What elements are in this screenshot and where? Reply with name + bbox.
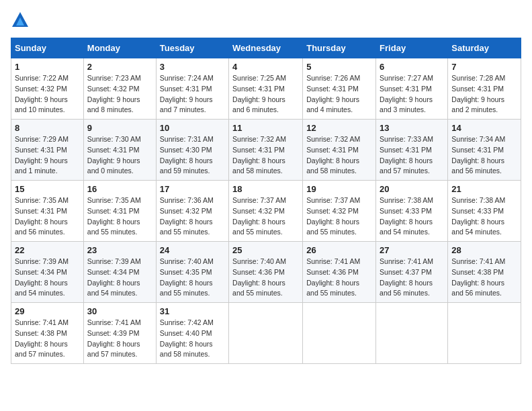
calendar-day-cell: 27 Sunrise: 7:41 AM Sunset: 4:37 PM Dayl…: [376, 242, 448, 303]
day-of-week-header: Wednesday: [229, 38, 303, 58]
calendar-day-cell: 1 Sunrise: 7:22 AM Sunset: 4:32 PM Dayli…: [11, 58, 84, 120]
day-number: 31: [160, 306, 225, 316]
day-detail: Sunrise: 7:26 AM Sunset: 4:31 PM Dayligh…: [306, 73, 372, 116]
day-detail: Sunrise: 7:38 AM Sunset: 4:33 PM Dayligh…: [380, 195, 444, 238]
day-detail: Sunrise: 7:33 AM Sunset: 4:31 PM Dayligh…: [380, 134, 444, 177]
calendar-day-cell: 13 Sunrise: 7:33 AM Sunset: 4:31 PM Dayl…: [376, 120, 448, 181]
day-detail: Sunrise: 7:35 AM Sunset: 4:31 PM Dayligh…: [15, 195, 80, 238]
calendar-day-cell: 15 Sunrise: 7:35 AM Sunset: 4:31 PM Dayl…: [11, 181, 84, 242]
calendar-day-cell: 9 Sunrise: 7:30 AM Sunset: 4:31 PM Dayli…: [83, 120, 156, 181]
calendar-week-row: 8 Sunrise: 7:29 AM Sunset: 4:31 PM Dayli…: [11, 120, 521, 181]
day-number: 8: [15, 123, 80, 133]
calendar-day-cell: 3 Sunrise: 7:24 AM Sunset: 4:31 PM Dayli…: [156, 58, 228, 120]
day-number: 24: [160, 245, 225, 255]
day-detail: Sunrise: 7:39 AM Sunset: 4:34 PM Dayligh…: [15, 257, 80, 299]
day-number: 23: [87, 245, 152, 255]
calendar-day-cell: 31 Sunrise: 7:42 AM Sunset: 4:40 PM Dayl…: [156, 303, 228, 364]
day-detail: Sunrise: 7:32 AM Sunset: 4:31 PM Dayligh…: [232, 134, 299, 177]
calendar-day-cell: [448, 303, 521, 364]
day-detail: Sunrise: 7:27 AM Sunset: 4:31 PM Dayligh…: [380, 73, 444, 116]
calendar-day-cell: 10 Sunrise: 7:31 AM Sunset: 4:30 PM Dayl…: [156, 120, 228, 181]
day-number: 30: [87, 306, 152, 316]
day-number: 15: [15, 184, 80, 194]
day-detail: Sunrise: 7:40 AM Sunset: 4:35 PM Dayligh…: [160, 257, 225, 299]
day-number: 7: [451, 62, 517, 72]
calendar-day-cell: 7 Sunrise: 7:28 AM Sunset: 4:31 PM Dayli…: [448, 58, 521, 120]
day-detail: Sunrise: 7:40 AM Sunset: 4:36 PM Dayligh…: [232, 257, 299, 299]
calendar-day-cell: 18 Sunrise: 7:37 AM Sunset: 4:32 PM Dayl…: [229, 181, 303, 242]
day-number: 3: [160, 62, 225, 72]
calendar-week-row: 15 Sunrise: 7:35 AM Sunset: 4:31 PM Dayl…: [11, 181, 521, 242]
day-of-week-header: Saturday: [448, 38, 521, 58]
day-number: 25: [232, 245, 299, 255]
logo-icon: [11, 11, 30, 30]
calendar-day-cell: 5 Sunrise: 7:26 AM Sunset: 4:31 PM Dayli…: [303, 58, 376, 120]
calendar-day-cell: 28 Sunrise: 7:41 AM Sunset: 4:38 PM Dayl…: [448, 242, 521, 303]
calendar-table: SundayMondayTuesdayWednesdayThursdayFrid…: [11, 38, 521, 364]
day-detail: Sunrise: 7:31 AM Sunset: 4:30 PM Dayligh…: [160, 134, 225, 177]
day-number: 29: [15, 306, 80, 316]
calendar-day-cell: 26 Sunrise: 7:41 AM Sunset: 4:36 PM Dayl…: [303, 242, 376, 303]
calendar-day-cell: [303, 303, 376, 364]
day-detail: Sunrise: 7:41 AM Sunset: 4:38 PM Dayligh…: [15, 318, 80, 360]
calendar-header-row: SundayMondayTuesdayWednesdayThursdayFrid…: [11, 38, 521, 58]
day-detail: Sunrise: 7:41 AM Sunset: 4:39 PM Dayligh…: [87, 318, 152, 360]
day-detail: Sunrise: 7:28 AM Sunset: 4:31 PM Dayligh…: [451, 73, 517, 116]
day-number: 20: [380, 184, 444, 194]
day-number: 11: [232, 123, 299, 133]
day-detail: Sunrise: 7:24 AM Sunset: 4:31 PM Dayligh…: [160, 73, 225, 116]
calendar-week-row: 29 Sunrise: 7:41 AM Sunset: 4:38 PM Dayl…: [11, 303, 521, 364]
day-of-week-header: Monday: [83, 38, 156, 58]
day-detail: Sunrise: 7:25 AM Sunset: 4:31 PM Dayligh…: [232, 73, 299, 116]
day-detail: Sunrise: 7:30 AM Sunset: 4:31 PM Dayligh…: [87, 134, 152, 177]
day-detail: Sunrise: 7:41 AM Sunset: 4:36 PM Dayligh…: [306, 257, 372, 299]
calendar-day-cell: 19 Sunrise: 7:37 AM Sunset: 4:32 PM Dayl…: [303, 181, 376, 242]
day-detail: Sunrise: 7:37 AM Sunset: 4:32 PM Dayligh…: [306, 195, 372, 238]
logo: [11, 11, 32, 30]
day-number: 9: [87, 123, 152, 133]
day-number: 17: [160, 184, 225, 194]
day-number: 21: [451, 184, 517, 194]
calendar-day-cell: 17 Sunrise: 7:36 AM Sunset: 4:32 PM Dayl…: [156, 181, 228, 242]
calendar-day-cell: 21 Sunrise: 7:38 AM Sunset: 4:33 PM Dayl…: [448, 181, 521, 242]
day-number: 2: [87, 62, 152, 72]
calendar-day-cell: [229, 303, 303, 364]
calendar-day-cell: 6 Sunrise: 7:27 AM Sunset: 4:31 PM Dayli…: [376, 58, 448, 120]
day-number: 18: [232, 184, 299, 194]
day-number: 22: [15, 245, 80, 255]
calendar-day-cell: 24 Sunrise: 7:40 AM Sunset: 4:35 PM Dayl…: [156, 242, 228, 303]
day-detail: Sunrise: 7:22 AM Sunset: 4:32 PM Dayligh…: [15, 73, 80, 116]
calendar-day-cell: 4 Sunrise: 7:25 AM Sunset: 4:31 PM Dayli…: [229, 58, 303, 120]
day-of-week-header: Tuesday: [156, 38, 228, 58]
calendar-day-cell: 23 Sunrise: 7:39 AM Sunset: 4:34 PM Dayl…: [83, 242, 156, 303]
day-number: 27: [380, 245, 444, 255]
day-number: 10: [160, 123, 225, 133]
day-detail: Sunrise: 7:35 AM Sunset: 4:31 PM Dayligh…: [87, 195, 152, 238]
day-detail: Sunrise: 7:23 AM Sunset: 4:32 PM Dayligh…: [87, 73, 152, 116]
calendar-day-cell: 8 Sunrise: 7:29 AM Sunset: 4:31 PM Dayli…: [11, 120, 84, 181]
day-number: 12: [306, 123, 372, 133]
day-number: 5: [306, 62, 372, 72]
calendar-day-cell: 29 Sunrise: 7:41 AM Sunset: 4:38 PM Dayl…: [11, 303, 84, 364]
page-header: [11, 11, 521, 30]
day-detail: Sunrise: 7:37 AM Sunset: 4:32 PM Dayligh…: [232, 195, 299, 238]
day-detail: Sunrise: 7:32 AM Sunset: 4:31 PM Dayligh…: [306, 134, 372, 177]
calendar-week-row: 22 Sunrise: 7:39 AM Sunset: 4:34 PM Dayl…: [11, 242, 521, 303]
calendar-day-cell: 14 Sunrise: 7:34 AM Sunset: 4:31 PM Dayl…: [448, 120, 521, 181]
day-of-week-header: Friday: [376, 38, 448, 58]
day-detail: Sunrise: 7:36 AM Sunset: 4:32 PM Dayligh…: [160, 195, 225, 238]
day-number: 28: [451, 245, 517, 255]
day-number: 19: [306, 184, 372, 194]
day-detail: Sunrise: 7:34 AM Sunset: 4:31 PM Dayligh…: [451, 134, 517, 177]
day-number: 6: [380, 62, 444, 72]
calendar-day-cell: 22 Sunrise: 7:39 AM Sunset: 4:34 PM Dayl…: [11, 242, 84, 303]
calendar-day-cell: 12 Sunrise: 7:32 AM Sunset: 4:31 PM Dayl…: [303, 120, 376, 181]
day-of-week-header: Thursday: [303, 38, 376, 58]
calendar-day-cell: 11 Sunrise: 7:32 AM Sunset: 4:31 PM Dayl…: [229, 120, 303, 181]
day-detail: Sunrise: 7:29 AM Sunset: 4:31 PM Dayligh…: [15, 134, 80, 177]
day-detail: Sunrise: 7:41 AM Sunset: 4:37 PM Dayligh…: [380, 257, 444, 299]
calendar-day-cell: 25 Sunrise: 7:40 AM Sunset: 4:36 PM Dayl…: [229, 242, 303, 303]
calendar-day-cell: 30 Sunrise: 7:41 AM Sunset: 4:39 PM Dayl…: [83, 303, 156, 364]
day-detail: Sunrise: 7:42 AM Sunset: 4:40 PM Dayligh…: [160, 318, 225, 360]
day-detail: Sunrise: 7:41 AM Sunset: 4:38 PM Dayligh…: [451, 257, 517, 299]
